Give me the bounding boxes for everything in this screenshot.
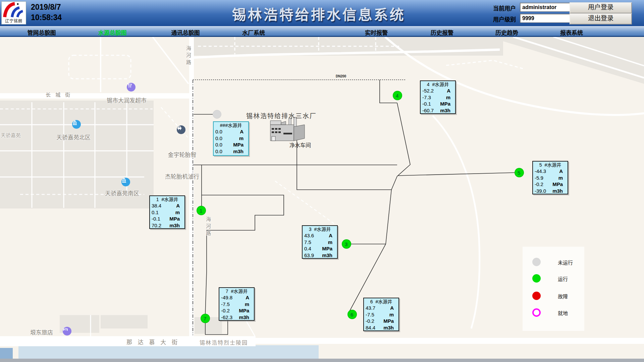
- company-logo: 辽宁铭朗: [1, 1, 26, 24]
- wellbox-unassigned: ###水源井 0.0A 0.0m 0.0MPa 0.0m3h: [213, 121, 249, 156]
- nav-pipe-network-overview[interactable]: 管网总貌图: [28, 28, 56, 37]
- poi-label-jinyu-line2: 杰轮胎机油行: [162, 172, 202, 180]
- user-level-label: 用户级别: [493, 15, 516, 23]
- poi-label-tianjiao: 天骄嘉苑: [1, 131, 21, 138]
- wellbox-title: 4 #水源井: [421, 81, 455, 87]
- car-icon: [177, 125, 185, 134]
- cart-icon: [127, 83, 136, 92]
- wellbox-title: ###水源井: [214, 122, 248, 128]
- nav-water-plant-system[interactable]: 水厂系统: [242, 28, 265, 37]
- header-bar: 辽宁铭朗 2019/8/7 10:58:34 锡林浩特给排水信息系统 当前用户 …: [0, 0, 644, 26]
- scada-screen: 辽宁铭朗 2019/8/7 10:58:34 锡林浩特给排水信息系统 当前用户 …: [0, 0, 644, 362]
- well-marker-1[interactable]: 1: [197, 206, 206, 215]
- fault-status-dot: [532, 292, 541, 300]
- nav-history-trend[interactable]: 历史趋势: [495, 28, 518, 37]
- poi-label-martyrs-cemetery: 锡林浩特烈士陵园: [200, 338, 248, 346]
- legend-item-local: 就地: [523, 308, 584, 317]
- logo-graphic: [2, 2, 25, 18]
- bed-icon: [63, 327, 71, 336]
- logo-text: 辽宁铭朗: [2, 18, 26, 23]
- login-button[interactable]: 用户登录: [570, 2, 632, 13]
- wellbox-3: 3 #水源井 43.6A 7.5m 0.4MPa 63.9m3h: [302, 225, 338, 259]
- wellbox-title: 1 #水源井: [150, 196, 184, 202]
- nav-water-source-overview[interactable]: 水源总貌图: [98, 28, 127, 37]
- nav-communication-overview[interactable]: 通讯总貌图: [171, 28, 200, 37]
- street-label-changcheng: 长 城 街: [46, 91, 72, 98]
- app-title: 锡林浩特给排水信息系统: [232, 3, 405, 24]
- street-label-nadamu: 那 达 慕 大 街: [126, 338, 179, 346]
- wellbox-5: 5 #水源井 -44.3A -5.9m -0.2MPa -39.0m3h: [532, 161, 568, 194]
- wellbox-title: 3 #水源井: [303, 226, 337, 232]
- nav-history-alarm[interactable]: 历史报警: [431, 28, 453, 37]
- poi-label-jinyu-line1: 金宇轮胎智: [162, 150, 202, 159]
- poi-label-kendong-hotel: 垠东旅店: [30, 328, 53, 336]
- building-icon-north: [72, 120, 81, 129]
- status-legend: 未运行 运行 故障 就地: [523, 247, 584, 331]
- poi-label-supermarket: 锡市大润发超市: [107, 96, 147, 104]
- current-user-label: 当前用户: [493, 4, 516, 12]
- well-marker-3[interactable]: 3: [342, 239, 351, 249]
- running-status-dot: [532, 274, 541, 283]
- wellbox-7: 7 #水源井 -49.8A -7.5m -0.2MPa -62.3m3h: [219, 287, 255, 321]
- time-text: 10:58:34: [31, 12, 62, 23]
- wellbox-6: 6 #水源井 43.7A -7.5m -0.2MPa 84.4m3h: [363, 298, 399, 331]
- nav-report-system[interactable]: 报表系统: [560, 28, 583, 37]
- wellbox-1: 1 #水源井 38.4A 0.1m -0.1MPa 70.2m3h: [149, 195, 185, 229]
- datetime: 2019/8/7 10:58:34: [31, 2, 62, 23]
- window-bottom-edge: [0, 359, 644, 362]
- poi-label-jinyu: 金宇轮胎智 杰轮胎机油行: [162, 137, 202, 194]
- workshop-label: 净水车间: [289, 141, 311, 149]
- poi-label-tianjiao-north: 天骄嘉苑北区: [56, 133, 91, 141]
- plant-title: 锡林浩特给排水三水厂: [246, 111, 317, 120]
- well-marker-4[interactable]: 4: [393, 91, 402, 100]
- wellbox-4: 4 #水源井 -52.2A -7.3m -0.1MPa -60.7m3h: [420, 80, 456, 114]
- logout-button[interactable]: 退出登录: [570, 13, 632, 24]
- map-canvas[interactable]: 长 城 街 锡市大润发超市 天骄嘉苑 天骄嘉苑北区 金宇轮胎智 杰轮胎机油行 天…: [0, 37, 644, 362]
- date-text: 2019/8/7: [31, 2, 62, 12]
- wellbox-title: 6 #水源井: [364, 299, 398, 305]
- nav-realtime-alarm[interactable]: 实时报警: [365, 28, 388, 37]
- factory-icon: [270, 117, 305, 141]
- wellbox-title: 5 #水源井: [533, 162, 568, 168]
- legend-item-fault: 故障: [523, 292, 584, 300]
- well-marker-5[interactable]: 5: [515, 168, 524, 177]
- current-user-field[interactable]: [520, 3, 571, 12]
- street-label-haihe-1: 海河路: [185, 46, 192, 67]
- legend-item-running: 运行: [523, 274, 584, 283]
- pipe-diameter-label: DN200: [336, 74, 346, 78]
- well-marker-6[interactable]: 6: [347, 310, 357, 319]
- user-level-field[interactable]: [520, 14, 571, 23]
- nav-bar: 管网总貌图 水源总貌图 通讯总貌图 水厂系统 实时报警 历史报警 历史趋势 报表…: [0, 26, 644, 37]
- local-status-dot: [532, 308, 541, 317]
- building-icon-south: [121, 178, 130, 186]
- legend-item-idle: 未运行: [523, 258, 584, 266]
- idle-status-dot: [532, 258, 541, 266]
- street-label-haihe-2: 海河路: [205, 217, 212, 238]
- well-marker-idle[interactable]: [213, 110, 221, 119]
- wellbox-title: 7 #水源井: [219, 288, 254, 294]
- well-marker-7[interactable]: 7: [201, 314, 210, 323]
- poi-label-tianjiao-south: 天骄嘉苑南区: [105, 189, 139, 197]
